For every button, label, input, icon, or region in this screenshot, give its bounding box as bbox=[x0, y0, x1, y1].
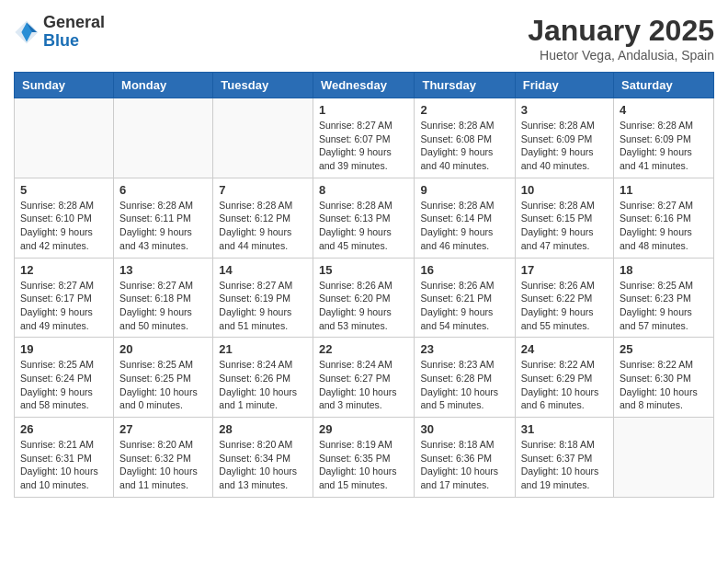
day-number: 11 bbox=[620, 183, 708, 197]
day-info: Sunrise: 8:18 AM Sunset: 6:37 PM Dayligh… bbox=[521, 438, 608, 492]
calendar-cell: 7Sunrise: 8:28 AM Sunset: 6:12 PM Daylig… bbox=[213, 178, 313, 258]
calendar-cell: 8Sunrise: 8:28 AM Sunset: 6:13 PM Daylig… bbox=[313, 178, 415, 258]
week-row-4: 19Sunrise: 8:25 AM Sunset: 6:24 PM Dayli… bbox=[15, 338, 714, 418]
day-info: Sunrise: 8:28 AM Sunset: 6:15 PM Dayligh… bbox=[521, 199, 608, 253]
day-info: Sunrise: 8:28 AM Sunset: 6:14 PM Dayligh… bbox=[420, 199, 508, 253]
day-info: Sunrise: 8:24 AM Sunset: 6:27 PM Dayligh… bbox=[319, 358, 409, 412]
day-number: 3 bbox=[521, 103, 608, 117]
calendar-cell: 14Sunrise: 8:27 AM Sunset: 6:19 PM Dayli… bbox=[213, 258, 313, 338]
day-info: Sunrise: 8:22 AM Sunset: 6:29 PM Dayligh… bbox=[521, 358, 608, 412]
day-number: 23 bbox=[420, 342, 508, 356]
calendar-cell: 29Sunrise: 8:19 AM Sunset: 6:35 PM Dayli… bbox=[313, 418, 415, 498]
weekday-header-sunday: Sunday bbox=[15, 73, 114, 98]
calendar-cell: 23Sunrise: 8:23 AM Sunset: 6:28 PM Dayli… bbox=[415, 338, 515, 418]
day-info: Sunrise: 8:26 AM Sunset: 6:22 PM Dayligh… bbox=[521, 279, 608, 333]
day-number: 17 bbox=[521, 263, 608, 277]
logo-icon bbox=[14, 19, 40, 45]
day-info: Sunrise: 8:19 AM Sunset: 6:35 PM Dayligh… bbox=[319, 438, 409, 492]
calendar-cell: 4Sunrise: 8:28 AM Sunset: 6:09 PM Daylig… bbox=[614, 98, 714, 178]
month-title: January 2025 bbox=[528, 14, 714, 48]
day-number: 21 bbox=[219, 342, 307, 356]
title-section: January 2025 Huetor Vega, Andalusia, Spa… bbox=[528, 14, 714, 63]
day-info: Sunrise: 8:27 AM Sunset: 6:18 PM Dayligh… bbox=[119, 279, 207, 333]
day-info: Sunrise: 8:28 AM Sunset: 6:09 PM Dayligh… bbox=[521, 119, 608, 173]
day-number: 20 bbox=[119, 342, 207, 356]
calendar-cell: 18Sunrise: 8:25 AM Sunset: 6:23 PM Dayli… bbox=[614, 258, 714, 338]
day-info: Sunrise: 8:20 AM Sunset: 6:34 PM Dayligh… bbox=[219, 438, 307, 492]
day-number: 8 bbox=[319, 183, 409, 197]
week-row-3: 12Sunrise: 8:27 AM Sunset: 6:17 PM Dayli… bbox=[15, 258, 714, 338]
day-info: Sunrise: 8:24 AM Sunset: 6:26 PM Dayligh… bbox=[219, 358, 307, 412]
header-row: SundayMondayTuesdayWednesdayThursdayFrid… bbox=[15, 73, 714, 98]
calendar-cell: 31Sunrise: 8:18 AM Sunset: 6:37 PM Dayli… bbox=[515, 418, 613, 498]
calendar-cell: 10Sunrise: 8:28 AM Sunset: 6:15 PM Dayli… bbox=[515, 178, 613, 258]
week-row-5: 26Sunrise: 8:21 AM Sunset: 6:31 PM Dayli… bbox=[15, 418, 714, 498]
day-info: Sunrise: 8:25 AM Sunset: 6:25 PM Dayligh… bbox=[119, 358, 207, 412]
calendar-cell: 12Sunrise: 8:27 AM Sunset: 6:17 PM Dayli… bbox=[15, 258, 114, 338]
calendar-cell: 16Sunrise: 8:26 AM Sunset: 6:21 PM Dayli… bbox=[415, 258, 515, 338]
day-number: 30 bbox=[420, 422, 508, 436]
calendar-cell: 5Sunrise: 8:28 AM Sunset: 6:10 PM Daylig… bbox=[15, 178, 114, 258]
week-row-1: 1Sunrise: 8:27 AM Sunset: 6:07 PM Daylig… bbox=[15, 98, 714, 178]
calendar-cell bbox=[213, 98, 313, 178]
day-info: Sunrise: 8:27 AM Sunset: 6:16 PM Dayligh… bbox=[620, 199, 708, 253]
day-info: Sunrise: 8:26 AM Sunset: 6:21 PM Dayligh… bbox=[420, 279, 508, 333]
location: Huetor Vega, Andalusia, Spain bbox=[528, 48, 714, 63]
day-info: Sunrise: 8:20 AM Sunset: 6:32 PM Dayligh… bbox=[119, 438, 207, 492]
day-number: 25 bbox=[620, 342, 708, 356]
calendar-cell: 1Sunrise: 8:27 AM Sunset: 6:07 PM Daylig… bbox=[313, 98, 415, 178]
day-info: Sunrise: 8:28 AM Sunset: 6:11 PM Dayligh… bbox=[119, 199, 207, 253]
calendar-cell: 3Sunrise: 8:28 AM Sunset: 6:09 PM Daylig… bbox=[515, 98, 613, 178]
weekday-header-wednesday: Wednesday bbox=[313, 73, 415, 98]
day-number: 15 bbox=[319, 263, 409, 277]
logo: General Blue bbox=[14, 14, 105, 51]
day-number: 6 bbox=[119, 183, 207, 197]
weekday-header-monday: Monday bbox=[114, 73, 213, 98]
day-number: 13 bbox=[119, 263, 207, 277]
weekday-header-thursday: Thursday bbox=[415, 73, 515, 98]
day-number: 5 bbox=[20, 183, 108, 197]
calendar-cell: 17Sunrise: 8:26 AM Sunset: 6:22 PM Dayli… bbox=[515, 258, 613, 338]
day-number: 9 bbox=[420, 183, 508, 197]
day-number: 29 bbox=[319, 422, 409, 436]
day-info: Sunrise: 8:27 AM Sunset: 6:19 PM Dayligh… bbox=[219, 279, 307, 333]
calendar-cell: 21Sunrise: 8:24 AM Sunset: 6:26 PM Dayli… bbox=[213, 338, 313, 418]
calendar-cell bbox=[614, 418, 714, 498]
calendar-cell: 15Sunrise: 8:26 AM Sunset: 6:20 PM Dayli… bbox=[313, 258, 415, 338]
day-number: 4 bbox=[620, 103, 708, 117]
calendar-cell bbox=[114, 98, 213, 178]
calendar-cell: 25Sunrise: 8:22 AM Sunset: 6:30 PM Dayli… bbox=[614, 338, 714, 418]
day-info: Sunrise: 8:25 AM Sunset: 6:24 PM Dayligh… bbox=[20, 358, 108, 412]
calendar-cell: 19Sunrise: 8:25 AM Sunset: 6:24 PM Dayli… bbox=[15, 338, 114, 418]
calendar-cell: 28Sunrise: 8:20 AM Sunset: 6:34 PM Dayli… bbox=[213, 418, 313, 498]
calendar-cell: 24Sunrise: 8:22 AM Sunset: 6:29 PM Dayli… bbox=[515, 338, 613, 418]
day-info: Sunrise: 8:27 AM Sunset: 6:17 PM Dayligh… bbox=[20, 279, 108, 333]
calendar-cell: 2Sunrise: 8:28 AM Sunset: 6:08 PM Daylig… bbox=[415, 98, 515, 178]
day-info: Sunrise: 8:28 AM Sunset: 6:12 PM Dayligh… bbox=[219, 199, 307, 253]
day-number: 14 bbox=[219, 263, 307, 277]
weekday-header-friday: Friday bbox=[515, 73, 613, 98]
day-number: 12 bbox=[20, 263, 108, 277]
calendar-cell: 27Sunrise: 8:20 AM Sunset: 6:32 PM Dayli… bbox=[114, 418, 213, 498]
week-row-2: 5Sunrise: 8:28 AM Sunset: 6:10 PM Daylig… bbox=[15, 178, 714, 258]
day-number: 26 bbox=[20, 422, 108, 436]
calendar-cell: 11Sunrise: 8:27 AM Sunset: 6:16 PM Dayli… bbox=[614, 178, 714, 258]
day-number: 28 bbox=[219, 422, 307, 436]
day-info: Sunrise: 8:28 AM Sunset: 6:09 PM Dayligh… bbox=[620, 119, 708, 173]
day-number: 18 bbox=[620, 263, 708, 277]
weekday-header-tuesday: Tuesday bbox=[213, 73, 313, 98]
calendar-cell: 30Sunrise: 8:18 AM Sunset: 6:36 PM Dayli… bbox=[415, 418, 515, 498]
day-info: Sunrise: 8:25 AM Sunset: 6:23 PM Dayligh… bbox=[620, 279, 708, 333]
day-info: Sunrise: 8:27 AM Sunset: 6:07 PM Dayligh… bbox=[319, 119, 409, 173]
day-number: 27 bbox=[119, 422, 207, 436]
calendar-cell: 26Sunrise: 8:21 AM Sunset: 6:31 PM Dayli… bbox=[15, 418, 114, 498]
day-info: Sunrise: 8:21 AM Sunset: 6:31 PM Dayligh… bbox=[20, 438, 108, 492]
calendar-cell: 6Sunrise: 8:28 AM Sunset: 6:11 PM Daylig… bbox=[114, 178, 213, 258]
logo-text: General Blue bbox=[43, 14, 105, 51]
day-info: Sunrise: 8:28 AM Sunset: 6:10 PM Dayligh… bbox=[20, 199, 108, 253]
logo-blue: Blue bbox=[43, 32, 105, 51]
day-info: Sunrise: 8:18 AM Sunset: 6:36 PM Dayligh… bbox=[420, 438, 508, 492]
day-info: Sunrise: 8:23 AM Sunset: 6:28 PM Dayligh… bbox=[420, 358, 508, 412]
day-number: 31 bbox=[521, 422, 608, 436]
page-header: General Blue January 2025 Huetor Vega, A… bbox=[14, 14, 714, 63]
